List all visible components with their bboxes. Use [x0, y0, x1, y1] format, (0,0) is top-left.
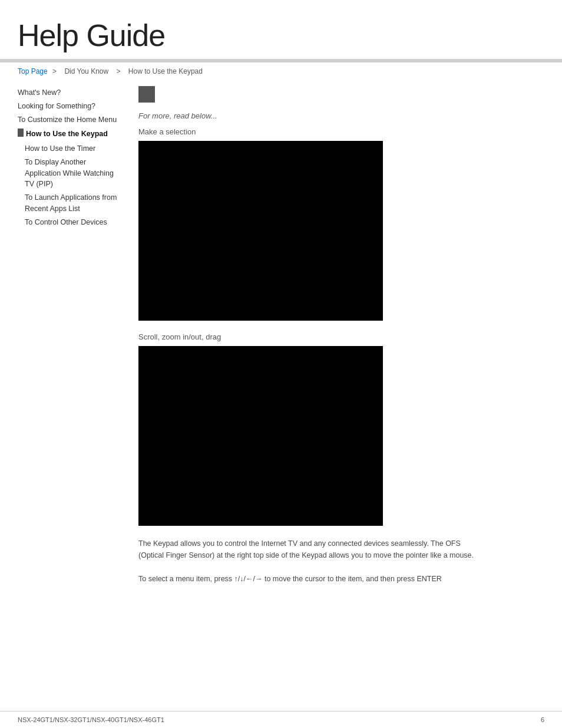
video-block-2: [138, 346, 383, 526]
page-title: Help Guide: [18, 18, 544, 53]
for-more-text: For more, read below...: [138, 111, 544, 120]
sidebar-sub: How to Use the Timer To Display Another …: [18, 142, 118, 229]
breadcrumb-sep2: >: [117, 67, 121, 75]
section1-label: Make a selection: [138, 127, 544, 136]
sidebar-item-keypad-container: How to Use the Keypad: [18, 126, 118, 142]
sidebar-item-looking[interactable]: Looking for Something?: [18, 100, 118, 113]
footer-model: NSX-24GT1/NSX-32GT1/NSX-40GT1/NSX-46GT1: [18, 716, 164, 723]
main-layout: What's New? Looking for Something? To Cu…: [0, 80, 562, 614]
sidebar-item-timer[interactable]: How to Use the Timer: [25, 142, 118, 156]
breadcrumb-did-you-know: Did You Know: [64, 67, 108, 75]
header: Help Guide: [0, 0, 562, 59]
section2-label: Scroll, zoom in/out, drag: [138, 332, 544, 341]
description-text: The Keypad allows you to control the Int…: [138, 538, 480, 561]
page-wrapper: Help Guide Top Page > Did You Know > How…: [0, 0, 562, 614]
breadcrumb-top-page[interactable]: Top Page: [18, 67, 48, 75]
footer: NSX-24GT1/NSX-32GT1/NSX-40GT1/NSX-46GT1 …: [0, 711, 562, 728]
active-indicator: [18, 129, 24, 137]
sidebar-item-control-devices[interactable]: To Control Other Devices: [25, 216, 118, 229]
instruction-text: To select a menu item, press ↑/↓/←/→ to …: [138, 573, 480, 585]
sidebar-item-customize[interactable]: To Customize the Home Menu: [18, 113, 118, 127]
breadcrumb: Top Page > Did You Know > How to Use the…: [0, 62, 562, 80]
content-area: For more, read below... Make a selection…: [127, 80, 562, 591]
sidebar-item-keypad[interactable]: How to Use the Keypad: [26, 127, 108, 141]
sidebar-item-display-another[interactable]: To Display Another Application While Wat…: [25, 156, 118, 191]
footer-page: 6: [541, 716, 544, 723]
sidebar-item-launch-apps[interactable]: To Launch Applications from Recent Apps …: [25, 191, 118, 216]
breadcrumb-sep1: >: [52, 67, 57, 75]
video-block-1: [138, 141, 383, 321]
content-thumbnail: [138, 86, 155, 103]
sidebar: What's New? Looking for Something? To Cu…: [0, 80, 127, 591]
breadcrumb-current: How to Use the Keypad: [128, 67, 203, 75]
sidebar-item-whats-new[interactable]: What's New?: [18, 86, 118, 100]
